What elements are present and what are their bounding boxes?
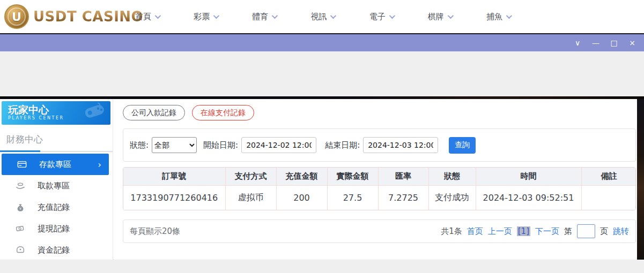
nav-item-electronic[interactable]: 電子: [369, 12, 394, 22]
finance-center-heading: 財務中心: [0, 125, 113, 146]
sidebar-item-label: 充值記錄: [38, 202, 70, 213]
nav-item-boardgames[interactable]: 棋牌: [428, 12, 452, 22]
cell-remark: [581, 185, 636, 210]
col-status: 狀態: [428, 168, 476, 185]
table-header-row: 訂單號 支付方式 充值金額 實際金額 匯率 狀態 時間 備註: [123, 168, 636, 185]
nav-label: 捕魚: [486, 12, 502, 22]
main-region: 玩家中心 PLAYERS CENTER 財務中心 存款專區: [0, 99, 644, 260]
cash-icon: [15, 223, 26, 234]
main-nav: 首頁 彩票 體育 視訊 電子 棋牌: [135, 0, 510, 33]
window-controls: ∨ — □ ×: [571, 34, 639, 51]
col-recharge-amount: 充值金額: [276, 168, 327, 185]
start-date-input[interactable]: [241, 137, 316, 153]
total-count: 共1条: [441, 226, 462, 237]
pager-controls: 共1条 首页 上一页 [1] 下一页 第 页 跳转: [441, 224, 629, 238]
sidebar-item-withdrawal-records[interactable]: 提現記錄: [0, 218, 113, 239]
page-number-input[interactable]: [577, 224, 595, 238]
next-page-link[interactable]: 下一页: [535, 226, 559, 237]
chevron-down-icon: [272, 13, 278, 19]
purse-icon: [15, 245, 26, 255]
sidebar-item-label: 提現記錄: [38, 224, 70, 234]
tab-online-payment-records[interactable]: 在線支付記錄: [192, 105, 254, 120]
chevron-down-icon: [448, 13, 454, 19]
players-center-banner: 玩家中心 PLAYERS CENTER: [2, 101, 110, 125]
sidebar-item-deposit-zone[interactable]: 存款專區 ›: [2, 154, 109, 175]
deposit-card-icon: [17, 159, 27, 170]
end-date-input[interactable]: [363, 137, 438, 153]
nav-item-fishing[interactable]: 捕魚: [486, 12, 510, 22]
minimize-icon[interactable]: —: [589, 36, 602, 49]
sidebar-item-recharge-records[interactable]: ¥ 充值記錄: [0, 196, 113, 218]
filter-bar: 狀態: 全部 開始日期: 結束日期: 查詢: [123, 128, 636, 162]
chevron-down-icon: [155, 13, 161, 19]
bottom-backdrop: [0, 260, 644, 273]
empty-backdrop: [0, 51, 644, 96]
sidebar-item-label: 取款專區: [38, 181, 70, 191]
chevron-down-icon[interactable]: ∨: [571, 36, 584, 49]
site-header: U USDT CASINO 首頁 彩票 體育 視訊 電子: [0, 0, 644, 33]
cell-status: 支付成功: [428, 185, 476, 210]
sidebar-item-label: 存款專區: [39, 160, 71, 170]
status-label: 狀態:: [130, 140, 149, 150]
nav-label: 棋牌: [428, 12, 444, 22]
pagination-bar: 每頁顯示20條 共1条 首页 上一页 [1] 下一页 第 页 跳转: [123, 219, 636, 243]
current-page-indicator: [1]: [517, 226, 530, 236]
col-time: 時間: [476, 168, 581, 185]
chevron-down-icon: [330, 13, 336, 19]
page-size-text: 每頁顯示20條: [130, 226, 180, 237]
nav-label: 視訊: [310, 12, 327, 22]
divider: [0, 151, 113, 152]
col-payment-method: 支付方式: [225, 168, 276, 185]
site-logo[interactable]: U USDT CASINO: [4, 4, 143, 29]
logo-coin-icon: U: [4, 4, 29, 29]
start-date-label: 開始日期:: [203, 140, 238, 150]
nav-item-video[interactable]: 視訊: [310, 12, 335, 22]
col-actual-amount: 實際金額: [327, 168, 378, 185]
cell-exchange-rate: 7.2725: [378, 185, 428, 210]
chevron-down-icon: [213, 13, 219, 19]
record-tabs: 公司入款記錄 在線支付記錄: [123, 105, 254, 120]
sidebar-menu: 存款專區 › 取款專區 ¥ 充值記錄: [0, 154, 113, 261]
col-order-no: 訂單號: [123, 168, 225, 185]
chevron-down-icon: [389, 13, 395, 19]
cell-actual-amount: 27.5: [327, 185, 378, 210]
sidebar-item-withdraw-zone[interactable]: 取款專區: [0, 175, 113, 196]
background-image-sliver: [637, 99, 644, 260]
logo-text: USDT CASINO: [33, 9, 143, 25]
nav-item-home[interactable]: 首頁: [135, 12, 159, 22]
jump-suffix: 页: [600, 226, 608, 237]
table-row: 1733190771260416 虚拟币 200 27.5 7.2725 支付成…: [123, 185, 636, 210]
cell-payment-method: 虚拟币: [225, 185, 276, 210]
prev-page-link[interactable]: 上一页: [488, 226, 512, 237]
jump-button[interactable]: 跳转: [613, 226, 629, 237]
status-select[interactable]: 全部: [152, 137, 197, 153]
window-titlebar: ∨ — □ ×: [0, 33, 644, 51]
col-exchange-rate: 匯率: [378, 168, 428, 185]
cell-time: 2024-12-03 09:52:51: [476, 185, 581, 210]
nav-item-lottery[interactable]: 彩票: [194, 12, 218, 22]
sidebar-item-funds-records[interactable]: 資金記錄: [0, 239, 113, 261]
nav-label: 電子: [369, 12, 386, 22]
sidebar: 玩家中心 PLAYERS CENTER 財務中心 存款專區: [0, 99, 113, 260]
records-table: 訂單號 支付方式 充值金額 實際金額 匯率 狀態 時間 備註 173319077: [123, 167, 636, 210]
moneybag-icon: ¥: [15, 202, 26, 213]
col-remark: 備註: [581, 168, 636, 185]
nav-label: 體育: [252, 12, 268, 22]
tab-company-deposit-records[interactable]: 公司入款記錄: [123, 105, 185, 120]
maximize-icon[interactable]: □: [608, 36, 620, 49]
svg-text:¥: ¥: [19, 207, 21, 210]
withdraw-hand-icon: [15, 180, 26, 191]
content-panel: 公司入款記錄 在線支付記錄 狀態: 全部 開始日期: 結束日期: 查詢: [114, 99, 637, 260]
jump-prefix: 第: [564, 226, 572, 237]
end-date-label: 結束日期:: [325, 140, 360, 150]
logo-monogram: U: [12, 10, 21, 24]
close-icon[interactable]: ×: [626, 36, 639, 49]
query-button[interactable]: 查詢: [449, 137, 476, 154]
nav-label: 首頁: [135, 12, 151, 22]
chevron-right-icon: ›: [98, 160, 101, 170]
cell-order-no: 1733190771260416: [123, 185, 225, 210]
first-page-link[interactable]: 首页: [467, 226, 483, 237]
nav-item-sports[interactable]: 體育: [252, 12, 276, 22]
nav-label: 彩票: [194, 12, 210, 22]
cell-recharge-amount: 200: [276, 185, 327, 210]
